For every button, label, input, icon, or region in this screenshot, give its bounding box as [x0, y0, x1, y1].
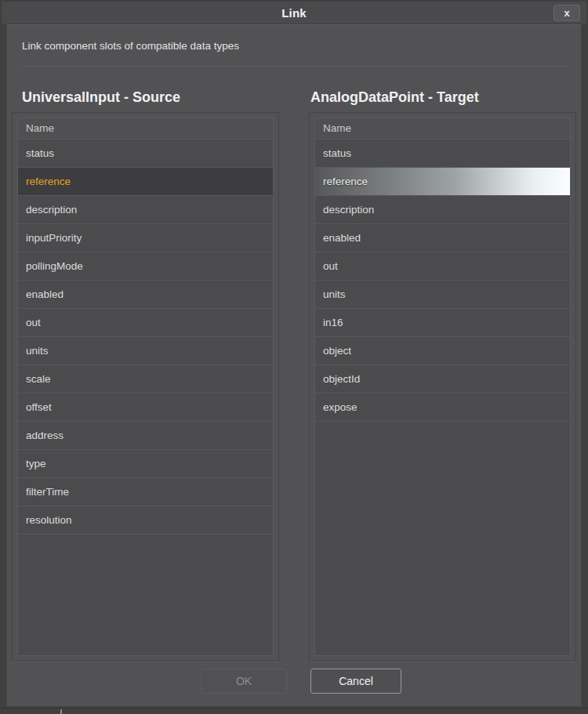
source-list-item[interactable]: enabled: [18, 281, 273, 309]
close-icon[interactable]: x: [554, 5, 580, 21]
source-list-item[interactable]: reference: [18, 168, 273, 196]
target-list-item[interactable]: status: [315, 140, 570, 168]
target-list-item[interactable]: enabled: [315, 224, 570, 252]
cancel-button[interactable]: Cancel: [310, 669, 401, 694]
target-list-panel: Name statusreferencedescriptionenabledou…: [309, 112, 576, 661]
source-list-item[interactable]: status: [18, 140, 273, 168]
target-list-item[interactable]: units: [315, 281, 570, 309]
source-list-item[interactable]: offset: [18, 393, 273, 422]
target-table: Name statusreferencedescriptionenabledou…: [314, 118, 571, 656]
target-heading: AnalogDataPoint - Target: [310, 89, 479, 106]
source-heading: UniversalInput - Source: [22, 89, 180, 106]
background-strip: [0, 708, 588, 714]
source-table: Name statusreferencedescriptioninputPrio…: [17, 118, 274, 656]
link-dialog: Link x Link component slots of compatibl…: [0, 0, 588, 714]
source-list-item[interactable]: resolution: [18, 506, 273, 535]
target-list-item[interactable]: out: [315, 252, 570, 281]
dialog-titlebar: Link x: [2, 2, 586, 24]
source-list-item[interactable]: scale: [18, 365, 273, 393]
source-list-panel: Name statusreferencedescriptioninputPrio…: [12, 112, 279, 661]
target-list-item[interactable]: description: [315, 196, 570, 224]
target-list-item[interactable]: object: [315, 337, 570, 365]
dialog-content: Link component slots of compatible data …: [6, 24, 582, 707]
source-column-header: Name: [18, 118, 273, 140]
source-list-item[interactable]: filterTime: [18, 478, 273, 506]
source-list-item[interactable]: inputPriority: [18, 224, 273, 252]
source-list-item[interactable]: description: [18, 196, 273, 224]
dialog-subtitle: Link component slots of compatible data …: [22, 40, 239, 52]
source-list-item[interactable]: address: [18, 422, 273, 450]
source-list-item[interactable]: units: [18, 337, 273, 365]
source-rows: statusreferencedescriptioninputPriorityp…: [18, 140, 273, 535]
source-list-item[interactable]: type: [18, 450, 273, 478]
divider: [20, 66, 569, 67]
target-column-header: Name: [315, 118, 570, 140]
dialog-title: Link: [281, 6, 307, 20]
target-rows: statusreferencedescriptionenabledoutunit…: [315, 140, 570, 422]
source-list-item[interactable]: pollingMode: [18, 252, 273, 281]
target-list-item[interactable]: expose: [315, 393, 570, 422]
target-list-item[interactable]: reference: [315, 168, 570, 196]
background-artifact: [60, 709, 62, 714]
target-list-item[interactable]: in16: [315, 309, 570, 337]
ok-button[interactable]: OK: [201, 669, 287, 694]
target-list-item[interactable]: objectId: [315, 365, 570, 393]
source-list-item[interactable]: out: [18, 309, 273, 337]
